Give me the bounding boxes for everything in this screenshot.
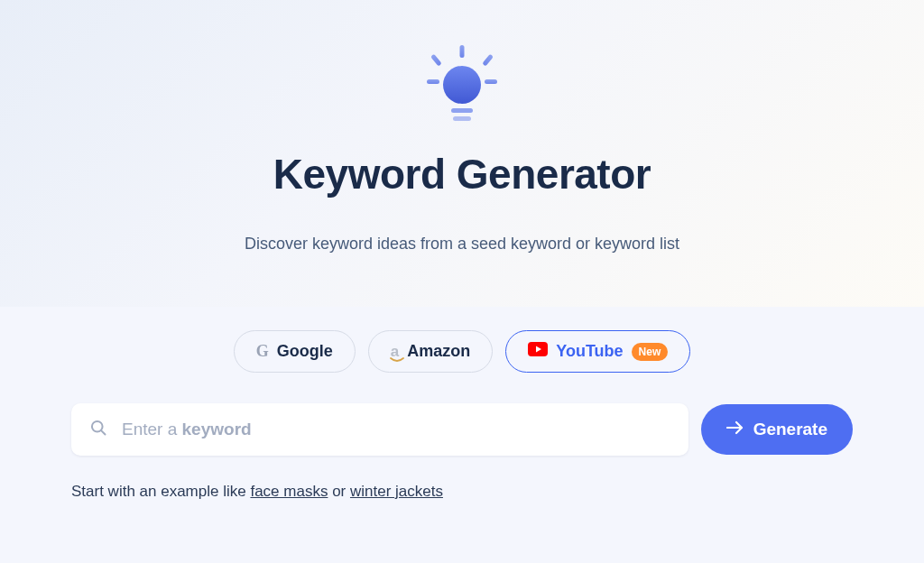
svg-point-5 [443,66,481,104]
svg-rect-3 [427,79,439,84]
example-line: Start with an example like face masks or… [71,483,853,501]
google-icon: G [256,342,269,361]
source-tabs: G Google a Amazon YouTube New [234,330,691,373]
page-title: Keyword Generator [273,150,651,198]
search-input[interactable] [122,420,336,439]
youtube-icon [528,342,548,361]
example-link-1[interactable]: face masks [250,483,328,500]
tab-google[interactable]: G Google [234,330,356,373]
amazon-icon: a [391,343,399,361]
svg-rect-1 [430,54,442,67]
svg-rect-4 [485,79,497,84]
svg-line-10 [101,430,105,434]
svg-rect-7 [453,116,471,121]
svg-rect-6 [451,108,473,113]
generate-button[interactable]: Generate [701,404,853,455]
new-badge: New [632,343,669,361]
arrow-right-icon [726,420,744,439]
svg-rect-2 [482,54,494,67]
tab-label: YouTube [556,342,623,361]
tab-youtube[interactable]: YouTube New [505,330,690,373]
search-icon [89,419,107,440]
generate-label: Generate [753,420,827,439]
example-sep: or [328,483,350,500]
tab-label: Amazon [407,342,470,361]
example-prefix: Start with an example like [71,483,250,500]
lightbulb-icon [427,43,497,130]
tab-amazon[interactable]: a Amazon [368,330,493,373]
svg-rect-0 [460,45,465,58]
tab-label: Google [277,342,333,361]
example-link-2[interactable]: winter jackets [350,483,443,500]
page-subtitle: Discover keyword ideas from a seed keywo… [245,235,679,254]
search-box[interactable]: Enter a keyword [71,403,688,456]
